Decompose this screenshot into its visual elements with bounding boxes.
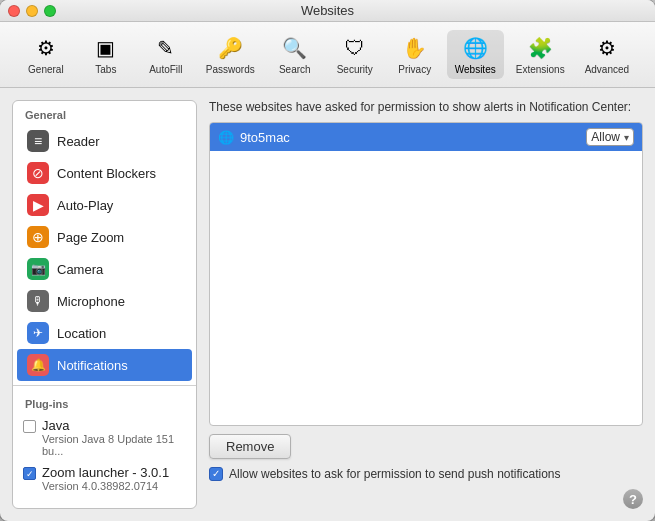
website-name: 9to5mac (240, 130, 586, 145)
table-row[interactable]: 🌐 9to5mac Allow ▾ (210, 123, 642, 151)
extensions-toolbar-icon: 🧩 (526, 34, 554, 62)
sidebar-item-location-label: Location (57, 326, 106, 341)
security-toolbar-label: Security (337, 64, 373, 75)
toolbar-item-privacy[interactable]: ✋ Privacy (387, 30, 443, 79)
reader-icon: ≡ (27, 130, 49, 152)
content-area: General ≡ Reader ⊘ Content Blockers ▶ Au… (0, 88, 655, 521)
privacy-toolbar-label: Privacy (398, 64, 431, 75)
microphone-icon: 🎙 (27, 290, 49, 312)
sidebar-item-content-blockers[interactable]: ⊘ Content Blockers (17, 157, 192, 189)
toolbar-item-security[interactable]: 🛡 Security (327, 30, 383, 79)
autofill-toolbar-label: AutoFill (149, 64, 182, 75)
camera-icon: 📷 (27, 258, 49, 280)
privacy-toolbar-icon: ✋ (401, 34, 429, 62)
toolbar-item-passwords[interactable]: 🔑 Passwords (198, 30, 263, 79)
sidebar-item-microphone[interactable]: 🎙 Microphone (17, 285, 192, 317)
dropdown-arrow-icon: ▾ (624, 132, 629, 143)
toolbar-item-websites[interactable]: 🌐 Websites (447, 30, 504, 79)
permission-control: Allow ▾ (586, 128, 634, 146)
sidebar-item-content-blockers-label: Content Blockers (57, 166, 156, 181)
sidebar-item-camera[interactable]: 📷 Camera (17, 253, 192, 285)
toolbar-item-search[interactable]: 🔍 Search (267, 30, 323, 79)
sidebar-item-location[interactable]: ✈ Location (17, 317, 192, 349)
sidebar-item-auto-play[interactable]: ▶ Auto-Play (17, 189, 192, 221)
advanced-toolbar-icon: ⚙ (593, 34, 621, 62)
window-title: Websites (56, 3, 599, 18)
zoom-text: Zoom launcher - 3.0.1 Version 4.0.38982.… (42, 465, 169, 492)
titlebar: Websites (0, 0, 655, 22)
remove-button[interactable]: Remove (209, 434, 291, 459)
allow-push-label: Allow websites to ask for permission to … (229, 467, 561, 481)
extensions-toolbar-label: Extensions (516, 64, 565, 75)
main-window: Websites ⚙ General ▣ Tabs ✎ AutoFill 🔑 P… (0, 0, 655, 521)
help-row: ? (209, 489, 643, 509)
close-button[interactable] (8, 5, 20, 17)
sidebar-divider (13, 385, 196, 386)
sidebar-item-auto-play-label: Auto-Play (57, 198, 113, 213)
sidebar-plugins-label: Plug-ins (13, 390, 196, 414)
zoom-name: Zoom launcher - 3.0.1 (42, 465, 169, 480)
sidebar-item-microphone-label: Microphone (57, 294, 125, 309)
tabs-toolbar-label: Tabs (95, 64, 116, 75)
general-toolbar-label: General (28, 64, 64, 75)
sidebar-item-notifications[interactable]: 🔔 Notifications (17, 349, 192, 381)
java-version: Version Java 8 Update 151 bu... (42, 433, 186, 457)
page-zoom-icon: ⊕ (27, 226, 49, 248)
permission-dropdown[interactable]: Allow ▾ (586, 128, 634, 146)
toolbar-item-advanced[interactable]: ⚙ Advanced (577, 30, 637, 79)
zoom-version: Version 4.0.38982.0714 (42, 480, 169, 492)
general-toolbar-icon: ⚙ (32, 34, 60, 62)
website-globe-icon: 🌐 (218, 130, 234, 145)
description-text: These websites have asked for permission… (209, 100, 643, 114)
maximize-button[interactable] (44, 5, 56, 17)
sidebar-item-reader[interactable]: ≡ Reader (17, 125, 192, 157)
website-list: 🌐 9to5mac Allow ▾ (209, 122, 643, 426)
tabs-toolbar-icon: ▣ (92, 34, 120, 62)
websites-toolbar-label: Websites (455, 64, 496, 75)
notifications-icon: 🔔 (27, 354, 49, 376)
help-button[interactable]: ? (623, 489, 643, 509)
websites-toolbar-icon: 🌐 (461, 34, 489, 62)
traffic-lights (8, 5, 56, 17)
sidebar-item-page-zoom-label: Page Zoom (57, 230, 124, 245)
toolbar: ⚙ General ▣ Tabs ✎ AutoFill 🔑 Passwords … (0, 22, 655, 88)
plugin-item-java[interactable]: Java Version Java 8 Update 151 bu... (13, 414, 196, 461)
search-toolbar-icon: 🔍 (281, 34, 309, 62)
java-checkbox[interactable] (23, 420, 36, 433)
sidebar-general-label: General (13, 101, 196, 125)
toolbar-item-general[interactable]: ⚙ General (18, 30, 74, 79)
allow-push-check-icon: ✓ (212, 469, 220, 479)
sidebar-item-notifications-label: Notifications (57, 358, 128, 373)
auto-play-icon: ▶ (27, 194, 49, 216)
main-panel: These websites have asked for permission… (209, 100, 643, 509)
sidebar-item-camera-label: Camera (57, 262, 103, 277)
autofill-toolbar-icon: ✎ (152, 34, 180, 62)
allow-push-checkbox[interactable]: ✓ (209, 467, 223, 481)
passwords-toolbar-icon: 🔑 (216, 34, 244, 62)
permission-value: Allow (591, 130, 620, 144)
toolbar-item-tabs[interactable]: ▣ Tabs (78, 30, 134, 79)
sidebar-item-reader-label: Reader (57, 134, 100, 149)
sidebar: General ≡ Reader ⊘ Content Blockers ▶ Au… (12, 100, 197, 509)
allow-checkbox-row: ✓ Allow websites to ask for permission t… (209, 467, 643, 481)
advanced-toolbar-label: Advanced (585, 64, 629, 75)
passwords-toolbar-label: Passwords (206, 64, 255, 75)
content-blockers-icon: ⊘ (27, 162, 49, 184)
minimize-button[interactable] (26, 5, 38, 17)
toolbar-item-autofill[interactable]: ✎ AutoFill (138, 30, 194, 79)
security-toolbar-icon: 🛡 (341, 34, 369, 62)
zoom-checkbox[interactable]: ✓ (23, 467, 36, 480)
location-icon: ✈ (27, 322, 49, 344)
toolbar-item-extensions[interactable]: 🧩 Extensions (508, 30, 573, 79)
sidebar-item-page-zoom[interactable]: ⊕ Page Zoom (17, 221, 192, 253)
zoom-check-icon: ✓ (26, 469, 34, 479)
java-text: Java Version Java 8 Update 151 bu... (42, 418, 186, 457)
java-name: Java (42, 418, 186, 433)
plugin-item-zoom[interactable]: ✓ Zoom launcher - 3.0.1 Version 4.0.3898… (13, 461, 196, 496)
search-toolbar-label: Search (279, 64, 311, 75)
bottom-controls: Remove ✓ Allow websites to ask for permi… (209, 434, 643, 481)
